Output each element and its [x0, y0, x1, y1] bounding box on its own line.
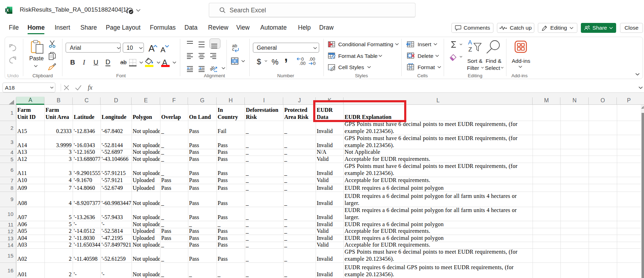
svg-text:0: 0	[313, 61, 316, 66]
svg-text:X: X	[6, 8, 9, 12]
svg-text:.00: .00	[299, 61, 306, 66]
